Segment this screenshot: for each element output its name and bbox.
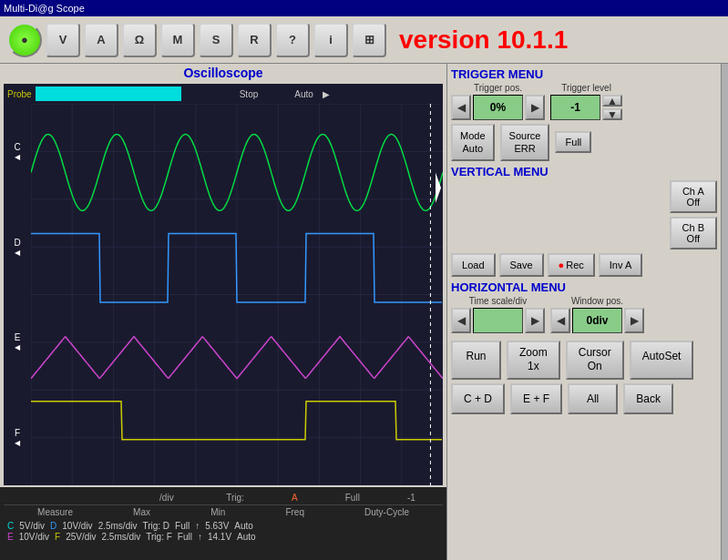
auto-1: Auto xyxy=(234,521,253,531)
trigger-level-group: Trigger level -1 ▲ ▼ xyxy=(550,83,622,120)
toolbar-help-btn[interactable]: ? xyxy=(275,23,310,57)
toolbar-v-btn[interactable]: V xyxy=(46,23,80,57)
action-row: Load Save ●Rec Inv A xyxy=(451,253,717,277)
window-pos-value: 0div xyxy=(572,308,622,333)
osc-screen-wrapper: Probe Stop Auto ▶ C ◀ D ◀ xyxy=(4,84,443,485)
mh-duty: Duty-Cycle xyxy=(364,507,409,517)
toolbar-r-btn[interactable]: R xyxy=(237,23,272,57)
window-pos-label: Window pos. xyxy=(571,296,623,306)
e-plus-f-btn[interactable]: E + F xyxy=(510,383,562,414)
version-text: version 10.1.1 xyxy=(399,25,568,55)
source-err-btn[interactable]: Source ERR xyxy=(500,124,550,161)
probe-right-arrow: ▶ xyxy=(323,89,330,99)
ch-a-btn[interactable]: Ch A Off xyxy=(670,180,717,213)
c-plus-d-btn[interactable]: C + D xyxy=(451,383,505,414)
trigger-mode-row: Mode Auto Source ERR Full xyxy=(451,124,717,161)
arrow-2: ↑ xyxy=(198,532,202,542)
info-row-2: E 10V/div F 25V/div 2.5ms/div Trig: F Fu… xyxy=(7,532,439,542)
inva-btn[interactable]: Inv A xyxy=(599,253,642,277)
time-scale-label: Time scale/div xyxy=(469,296,528,306)
trigger-level-up-btn[interactable]: ▲ xyxy=(602,95,622,107)
trig-label: Trig: xyxy=(221,493,244,503)
all-btn[interactable]: All xyxy=(568,383,618,414)
zoom-btn[interactable]: Zoom 1x xyxy=(507,341,560,380)
ch-c-arrow: ◀ xyxy=(15,153,20,161)
trigger-section: TRIGGER MENU Trigger pos. ◀ 0% ▶ Trigger… xyxy=(451,67,717,161)
time-scale-right-btn[interactable]: ▶ xyxy=(525,308,545,333)
trigger-pos-group: Trigger pos. ◀ 0% ▶ xyxy=(451,83,545,120)
horizontal-controls-row: Time scale/div ◀ ▶ Window pos. ◀ 0div ▶ xyxy=(451,296,717,333)
time-scale-left-btn[interactable]: ◀ xyxy=(451,308,471,333)
rec-btn[interactable]: ●Rec xyxy=(548,253,595,277)
main-area: Oscilloscope Probe Stop Auto ▶ C ◀ xyxy=(0,64,728,560)
d-div: 10V/div xyxy=(62,521,92,531)
ch-b-btn[interactable]: Ch B Off xyxy=(670,217,717,249)
val-2: 14.1V xyxy=(208,532,231,542)
auto-2: Auto xyxy=(237,532,256,542)
horizontal-title: HORIZONTAL MENU xyxy=(451,280,717,294)
ch-btn-col: Ch A Off Ch B Off xyxy=(670,180,717,249)
ch-e-label: E ◀ xyxy=(4,332,31,351)
toolbar-info-btn[interactable]: i xyxy=(313,23,348,57)
bottom-divs: /div Trig: A Full -1 xyxy=(4,491,443,505)
right-panel: TRIGGER MENU Trigger pos. ◀ 0% ▶ Trigger… xyxy=(447,64,721,560)
osc-screen[interactable]: Probe Stop Auto ▶ C ◀ D ◀ xyxy=(4,84,443,485)
toolbar-m-btn[interactable]: M xyxy=(160,23,195,57)
f-div: 25V/div xyxy=(66,532,96,542)
window-pos-left-btn[interactable]: ◀ xyxy=(550,308,570,333)
trigger-pos-row: Trigger pos. ◀ 0% ▶ Trigger level -1 ▲ ▼ xyxy=(451,83,717,120)
toolbar: ● V A Ω M S R ? i ⊞ version 10.1.1 xyxy=(0,16,728,64)
autoset-btn[interactable]: AutoSet xyxy=(630,341,694,380)
scrollbar[interactable] xyxy=(721,64,728,560)
toolbar-power-btn[interactable]: ● xyxy=(7,23,42,57)
trig-ch: A xyxy=(292,493,298,503)
full-btn[interactable]: Full xyxy=(555,131,591,153)
probe-auto: Auto xyxy=(294,89,313,99)
window-pos-control: ◀ 0div ▶ xyxy=(550,308,644,333)
trigger-level-value: -1 xyxy=(550,95,600,120)
arrow-1: ↑ xyxy=(195,521,200,531)
vertical-section: VERTICAL MENU Ch A Off Ch B Off xyxy=(451,165,717,249)
mh-freq: Freq xyxy=(285,507,304,517)
trigger-level-down-btn[interactable]: ▼ xyxy=(602,108,622,120)
probe-bar: Probe Stop Auto ▶ xyxy=(4,84,443,104)
trigger-pos-right-btn[interactable]: ▶ xyxy=(525,95,545,120)
time-scale-group: Time scale/div ◀ ▶ xyxy=(451,296,545,333)
trig-d: Trig: D xyxy=(142,521,169,531)
load-btn[interactable]: Load xyxy=(451,253,495,277)
full-1: Full xyxy=(175,521,190,531)
mode-auto-btn[interactable]: Mode Auto xyxy=(451,124,495,161)
trigger-pos-left-btn[interactable]: ◀ xyxy=(451,95,471,120)
ch-d: D xyxy=(50,521,56,531)
probe-label: Probe xyxy=(7,89,32,99)
title-bar-text: Multi-Di@g Scope xyxy=(4,3,85,14)
ch-e-arrow: ◀ xyxy=(15,343,20,351)
bottom-btns-row2: C + D E + F All Back xyxy=(451,383,717,414)
time-scale-value xyxy=(473,308,523,333)
measure-header: Measure Max Min Freq Duty-Cycle xyxy=(4,505,443,519)
vert-content: Ch A Off Ch B Off xyxy=(451,180,717,249)
trigger-pos-value: 0% xyxy=(473,95,523,120)
run-btn[interactable]: Run xyxy=(451,341,501,380)
trig-f: Trig: F xyxy=(146,532,172,542)
title-bar: Multi-Di@g Scope xyxy=(0,0,728,16)
toolbar-ohm-btn[interactable]: Ω xyxy=(122,23,157,57)
mh-min: Min xyxy=(210,507,225,517)
div-text: /div xyxy=(159,493,174,503)
cursor-on-btn[interactable]: Cursor On xyxy=(566,341,624,380)
horizontal-section: HORIZONTAL MENU Time scale/div ◀ ▶ Windo… xyxy=(451,280,717,337)
ch-d-arrow: ◀ xyxy=(15,249,20,257)
trigger-title: TRIGGER MENU xyxy=(451,67,717,81)
toolbar-a-btn[interactable]: A xyxy=(84,23,118,57)
toolbar-s-btn[interactable]: S xyxy=(199,23,233,57)
time-2: 2.5ms/div xyxy=(102,532,141,542)
toolbar-grid-btn[interactable]: ⊞ xyxy=(352,23,386,57)
trig-value: -1 xyxy=(407,493,415,503)
channel-labels: C ◀ D ◀ E ◀ F ◀ xyxy=(4,104,31,485)
back-btn[interactable]: Back xyxy=(623,383,673,414)
window-pos-right-btn[interactable]: ▶ xyxy=(624,308,644,333)
osc-title: Oscilloscope xyxy=(0,64,446,82)
ch-e: E xyxy=(7,532,14,542)
save-btn[interactable]: Save xyxy=(499,253,544,277)
trigger-level-label: Trigger level xyxy=(561,83,611,93)
